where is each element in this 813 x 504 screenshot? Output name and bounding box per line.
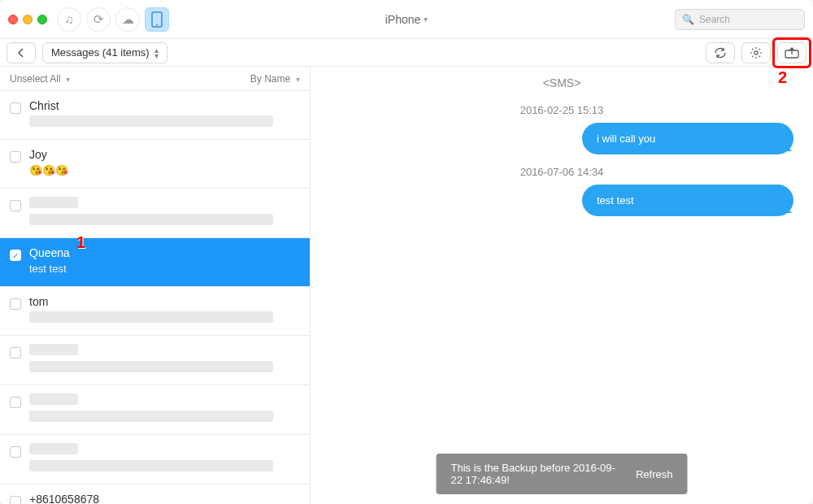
message-preview: 😘😘😘	[29, 164, 300, 176]
day-stamp: 2016-02-25 15:13	[311, 104, 813, 116]
checkbox[interactable]: ✓	[10, 250, 21, 261]
export-button-wrap	[777, 42, 806, 63]
contact-name: Queena	[29, 246, 300, 259]
annotation-number-1: 1	[76, 233, 85, 252]
history-button[interactable]: ⟳	[86, 7, 111, 32]
app-window: ♫ ⟳ ☁ iPhone ▾ 🔍 Search Messages (41 ite…	[0, 0, 813, 504]
list-item[interactable]	[0, 189, 310, 238]
chevron-left-icon	[17, 48, 25, 58]
list-item[interactable]: ✓Queenatest test1	[0, 238, 310, 287]
stepper-icon: ▴▾	[154, 47, 159, 59]
list-item[interactable]: Christ	[0, 91, 310, 140]
cloud-button[interactable]: ☁	[115, 7, 140, 32]
phone-icon	[151, 11, 163, 28]
refresh-link[interactable]: Refresh	[636, 468, 673, 480]
thread-body: 2016-02-25 15:13i will call you2016-07-0…	[311, 93, 813, 221]
device-title-dropdown[interactable]: iPhone ▾	[385, 13, 428, 26]
settings-button[interactable]	[741, 42, 771, 63]
contact-name	[29, 443, 300, 457]
contact-name	[29, 344, 300, 358]
list-item[interactable]: tom	[0, 287, 310, 336]
chevron-down-icon: ▾	[424, 15, 428, 24]
traffic-lights	[8, 15, 47, 24]
message-preview	[29, 214, 300, 228]
conversation-sidebar: Unselect All ▾ By Name ▾ ChristJoy😘😘😘✓Qu…	[0, 67, 311, 504]
list-item[interactable]: Joy😘😘😘	[0, 140, 310, 189]
contact-name	[29, 393, 300, 407]
checkbox[interactable]	[10, 446, 21, 458]
titlebar: ♫ ⟳ ☁ iPhone ▾ 🔍 Search	[0, 0, 813, 39]
list-item[interactable]	[0, 385, 310, 435]
sync-icon	[714, 47, 727, 59]
category-dropdown[interactable]: Messages (41 items) ▴▾	[42, 42, 167, 63]
message-preview	[29, 411, 300, 424]
export-icon	[785, 47, 799, 59]
message-preview	[29, 361, 300, 375]
checkbox[interactable]	[10, 347, 21, 358]
chevron-down-icon: ▾	[64, 75, 71, 84]
zoom-icon[interactable]	[37, 15, 47, 24]
list-item[interactable]	[0, 336, 310, 385]
backup-notice-bar: This is the Backup before 2016-09-22 17:…	[437, 454, 688, 494]
conversation-list[interactable]: ChristJoy😘😘😘✓Queenatest test1tom+8610658…	[0, 91, 310, 504]
search-icon: 🔍	[682, 14, 694, 25]
contact-name: tom	[29, 295, 300, 308]
thread-title: <SMS>	[311, 67, 813, 93]
unselect-all-button[interactable]: Unselect All ▾	[10, 73, 70, 85]
checkbox[interactable]	[10, 102, 21, 114]
message-preview	[29, 115, 300, 129]
list-item[interactable]	[0, 435, 310, 484]
device-title: iPhone	[385, 13, 421, 26]
contact-name: Christ	[29, 99, 300, 112]
device-button[interactable]	[145, 7, 169, 32]
list-item[interactable]: +8610658678	[0, 484, 310, 504]
refresh-button[interactable]	[706, 42, 735, 63]
checkbox[interactable]	[10, 200, 21, 211]
back-button[interactable]	[7, 42, 36, 63]
checkbox[interactable]	[10, 496, 21, 504]
content-area: Unselect All ▾ By Name ▾ ChristJoy😘😘😘✓Qu…	[0, 67, 813, 504]
message-thread: <SMS> 2016-02-25 15:13i will call you201…	[311, 67, 813, 504]
sort-dropdown[interactable]: By Name ▾	[250, 73, 300, 85]
category-label: Messages (41 items)	[51, 46, 150, 59]
message-bubble: test test	[582, 185, 793, 216]
gear-icon	[750, 46, 763, 59]
search-input[interactable]: 🔍 Search	[675, 9, 805, 30]
close-icon[interactable]	[8, 15, 18, 24]
backup-notice-text: This is the Backup before 2016-09-22 17:…	[451, 462, 621, 486]
chevron-down-icon: ▾	[293, 75, 300, 84]
svg-point-1	[156, 24, 158, 25]
svg-point-2	[754, 50, 758, 54]
day-stamp: 2016-07-06 14:34	[311, 166, 813, 178]
message-preview	[29, 311, 300, 325]
secondary-bar: Messages (41 items) ▴▾	[0, 39, 813, 67]
contact-name: Joy	[29, 148, 300, 161]
message-preview: test test	[29, 263, 300, 275]
export-button[interactable]	[777, 42, 806, 63]
checkbox[interactable]	[10, 397, 21, 408]
message-preview	[29, 460, 300, 474]
minimize-icon[interactable]	[23, 15, 33, 24]
checkbox[interactable]	[10, 298, 21, 310]
contact-name	[29, 197, 300, 211]
music-library-button[interactable]: ♫	[57, 7, 81, 32]
message-bubble: i will call you	[582, 123, 793, 154]
checkbox[interactable]	[10, 151, 21, 163]
list-header: Unselect All ▾ By Name ▾	[0, 67, 310, 91]
search-placeholder: Search	[699, 14, 730, 25]
contact-name: +8610658678	[29, 493, 300, 504]
